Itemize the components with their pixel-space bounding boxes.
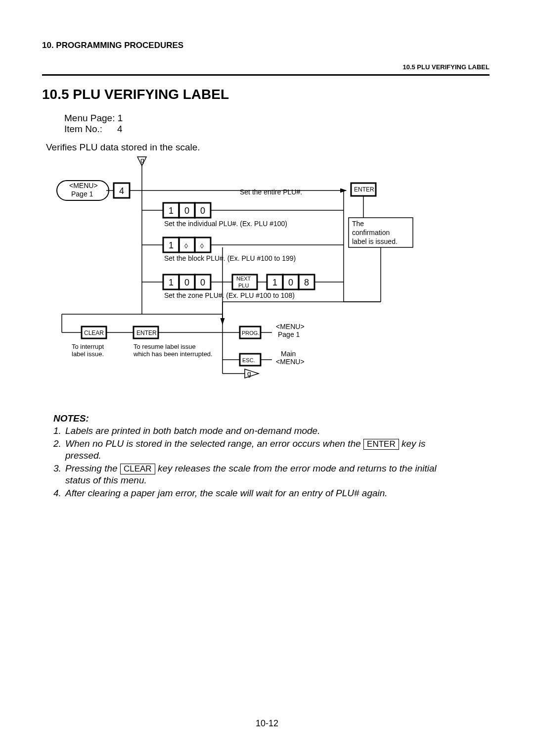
- menu-r1b: Page 1: [278, 331, 300, 338]
- description-line: Verifies PLU data stored in the scale.: [46, 142, 200, 153]
- interrupt1: To interrupt: [72, 343, 104, 350]
- set-entire: Set the entire PLU#.: [240, 188, 302, 196]
- prog-key: PROG.: [242, 330, 259, 336]
- menu-box-line1: <MENU>: [69, 182, 98, 189]
- confirm-line1: The: [352, 220, 364, 228]
- menu-r1a: <MENU>: [276, 323, 305, 331]
- clear-key-inline: CLEAR: [120, 464, 155, 474]
- key-4: 4: [119, 186, 124, 196]
- header-rule: [42, 74, 490, 76]
- za-d3: 0: [200, 278, 205, 287]
- flow-diagram: g <MENU> Page 1 4 Set the entire PLU#. E…: [40, 156, 435, 403]
- ind-d3: 0: [200, 206, 205, 216]
- zb-d2: 0: [288, 278, 293, 287]
- note-1: 1. Labels are printed in both batch mode…: [53, 425, 490, 437]
- item-no-value: 4: [117, 124, 123, 135]
- blk-d3: ◊: [200, 242, 204, 250]
- menu-r2a: Main: [281, 350, 296, 358]
- blk-d1: 1: [169, 240, 174, 250]
- ind-d1: 1: [169, 206, 174, 216]
- za-d2: 0: [184, 278, 189, 287]
- enter2-key: ENTER: [136, 330, 157, 336]
- zb-d3: 8: [304, 278, 309, 287]
- page: 10. PROGRAMMING PROCEDURES 10.5 PLU VERI…: [0, 0, 534, 756]
- resume1: To resume label issue: [134, 343, 196, 350]
- enter-key: ENTER: [354, 186, 374, 193]
- notes-title: NOTES:: [53, 413, 490, 424]
- g-top-label: g: [140, 156, 144, 164]
- header-section: 10.5 PLU VERIFYING LABEL: [402, 63, 490, 71]
- ind-d2: 0: [184, 206, 189, 216]
- esc-key: ESC.: [242, 357, 255, 363]
- note-4: 4. After clearing a paper jam error, the…: [53, 487, 490, 499]
- item-no-label: Item No.:: [64, 124, 102, 135]
- clear-key: CLEAR: [84, 330, 104, 336]
- zb-d1: 1: [272, 278, 277, 287]
- confirm-line2: confirmation: [352, 229, 390, 236]
- za-d1: 1: [169, 278, 174, 287]
- menu-page-line: Menu Page: 1: [64, 113, 123, 124]
- resume2: which has been interrupted.: [133, 350, 213, 358]
- note-3: 3. Pressing the CLEAR key releases the s…: [53, 463, 490, 486]
- header-chapter: 10. PROGRAMMING PROCEDURES: [42, 41, 183, 50]
- zone-caption: Set the zone PLU#. (Ex. PLU #100 to 108): [164, 291, 295, 299]
- section-title: 10.5 PLU VERIFYING LABEL: [42, 87, 229, 102]
- notes-section: NOTES: 1. Labels are printed in both bat…: [53, 413, 490, 500]
- note-2: 2. When no PLU is stored in the selected…: [53, 438, 490, 462]
- nextplu1: NEXT: [236, 276, 251, 282]
- page-number: 10-12: [0, 718, 534, 729]
- g-bottom: g: [247, 370, 251, 378]
- nextplu2: PLU: [238, 283, 249, 288]
- blk-caption: Set the block PLU#. (Ex. PLU #100 to 199…: [164, 254, 296, 262]
- ind-caption: Set the individual PLU#. (Ex. PLU #100): [164, 220, 287, 228]
- menu-box-line2: Page 1: [71, 190, 93, 198]
- menu-r2b: <MENU>: [276, 358, 305, 366]
- confirm-line3: label is issued.: [352, 237, 398, 245]
- interrupt2: label issue.: [72, 350, 104, 358]
- enter-key-inline: ENTER: [363, 439, 399, 450]
- blk-d2: ◊: [184, 242, 188, 250]
